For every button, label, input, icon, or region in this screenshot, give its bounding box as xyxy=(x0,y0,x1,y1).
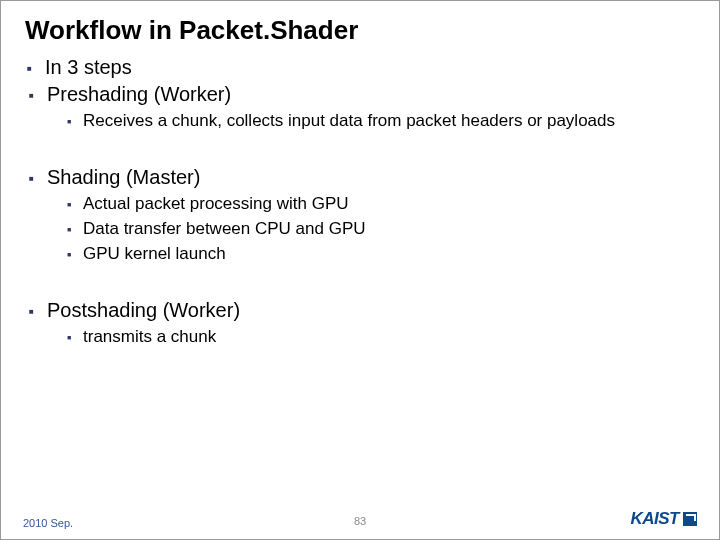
section-heading-text: Preshading (Worker) xyxy=(47,83,231,105)
section-heading-text: Shading (Master) xyxy=(47,166,200,188)
section-items: Actual packet processing with GPU Data t… xyxy=(47,193,695,265)
slide-title: Workflow in Packet.Shader xyxy=(25,15,695,46)
section-item: Data transfer between CPU and GPU xyxy=(47,218,695,240)
kaist-logo: KAIST xyxy=(631,509,698,529)
footer: 2010 Sep. 83 KAIST xyxy=(1,509,719,529)
section-list: Preshading (Worker) Receives a chunk, co… xyxy=(25,83,695,132)
section-items: Receives a chunk, collects input data fr… xyxy=(47,110,695,132)
section-list: Postshading (Worker) transmits a chunk xyxy=(25,299,695,348)
section-heading: Postshading (Worker) transmits a chunk xyxy=(25,299,695,348)
logo-text: KAIST xyxy=(631,509,680,529)
section-item: Receives a chunk, collects input data fr… xyxy=(47,110,695,132)
section-item: Actual packet processing with GPU xyxy=(47,193,695,215)
section-heading: Preshading (Worker) Receives a chunk, co… xyxy=(25,83,695,132)
page-number: 83 xyxy=(354,515,366,527)
section-list: Shading (Master) Actual packet processin… xyxy=(25,166,695,265)
section-heading: Shading (Master) Actual packet processin… xyxy=(25,166,695,265)
section-item: GPU kernel launch xyxy=(47,243,695,265)
section-heading-text: Postshading (Worker) xyxy=(47,299,240,321)
spacer xyxy=(25,283,695,297)
logo-icon xyxy=(683,512,697,526)
spacer xyxy=(25,150,695,164)
intro-bullet: In 3 steps xyxy=(25,56,695,79)
footer-date: 2010 Sep. xyxy=(23,517,73,529)
section-item: transmits a chunk xyxy=(47,326,695,348)
bullet-list-lvl1: In 3 steps xyxy=(25,56,695,79)
section-items: transmits a chunk xyxy=(47,326,695,348)
slide: Workflow in Packet.Shader In 3 steps Pre… xyxy=(0,0,720,540)
